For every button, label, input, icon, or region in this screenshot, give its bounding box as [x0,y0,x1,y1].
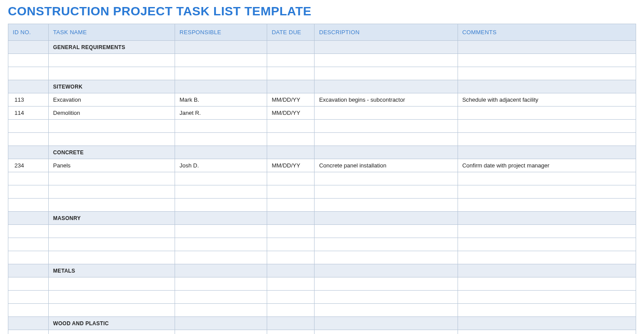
cell-comments[interactable] [458,304,636,317]
cell-description[interactable] [315,54,458,67]
cell-due[interactable] [267,185,315,199]
cell-due[interactable] [267,277,315,291]
cell-id[interactable] [8,199,49,212]
cell-due[interactable] [267,133,315,146]
cell-task[interactable] [49,225,175,238]
cell-task[interactable] [49,133,175,146]
cell-due[interactable] [267,251,315,264]
cell-task[interactable] [49,199,175,212]
cell-task[interactable] [49,238,175,251]
cell-responsible[interactable]: Josh D. [175,159,267,172]
cell-responsible[interactable] [175,120,267,133]
cell-id[interactable] [8,120,49,133]
cell-responsible[interactable] [175,277,267,291]
cell-comments[interactable] [458,107,636,120]
cell-description[interactable] [315,277,458,291]
cell-id[interactable] [8,291,49,304]
cell-task[interactable]: Demolition [49,107,175,120]
cell-id[interactable] [8,225,49,238]
cell-comments[interactable] [458,67,636,80]
cell-description[interactable] [315,185,458,199]
cell-description[interactable]: Concrete panel installation [315,159,458,172]
cell-description[interactable] [315,67,458,80]
cell-responsible[interactable] [175,225,267,238]
cell-task[interactable] [49,330,175,334]
cell-comments[interactable] [458,199,636,212]
cell-due[interactable] [267,225,315,238]
cell-comments[interactable] [458,251,636,264]
cell-id[interactable] [8,185,49,199]
cell-due[interactable] [267,67,315,80]
cell-description[interactable] [315,238,458,251]
cell-id[interactable] [8,277,49,291]
cell-responsible[interactable] [175,67,267,80]
cell-task[interactable]: Panels [49,159,175,172]
cell-description[interactable] [315,251,458,264]
cell-id[interactable]: 234 [8,159,49,172]
cell-description[interactable] [315,107,458,120]
cell-description[interactable]: Excavation begins - subcontractor [315,93,458,107]
cell-id[interactable] [8,304,49,317]
cell-responsible[interactable]: Janet R. [175,107,267,120]
cell-comments[interactable] [458,225,636,238]
cell-due[interactable]: MM/DD/YY [267,159,315,172]
cell-task[interactable] [49,304,175,317]
cell-comments[interactable] [458,120,636,133]
cell-comments[interactable] [458,277,636,291]
cell-due[interactable]: MM/DD/YY [267,93,315,107]
cell-description[interactable] [315,120,458,133]
cell-id[interactable]: 114 [8,107,49,120]
cell-task[interactable]: Excavation [49,93,175,107]
cell-due[interactable] [267,120,315,133]
cell-comments[interactable] [458,291,636,304]
cell-responsible[interactable] [175,330,267,334]
cell-due[interactable]: MM/DD/YY [267,107,315,120]
cell-due[interactable] [267,330,315,334]
cell-task[interactable] [49,277,175,291]
cell-due[interactable] [267,199,315,212]
cell-due[interactable] [267,172,315,185]
cell-description[interactable] [315,133,458,146]
cell-comments[interactable]: Schedule with adjacent facility [458,93,636,107]
cell-task[interactable] [49,172,175,185]
cell-description[interactable] [315,330,458,334]
cell-responsible[interactable] [175,172,267,185]
cell-task[interactable] [49,54,175,67]
cell-comments[interactable] [458,54,636,67]
cell-description[interactable] [315,225,458,238]
cell-description[interactable] [315,304,458,317]
cell-id[interactable] [8,251,49,264]
cell-due[interactable] [267,291,315,304]
cell-description[interactable] [315,291,458,304]
cell-id[interactable] [8,67,49,80]
cell-due[interactable] [267,304,315,317]
cell-responsible[interactable] [175,304,267,317]
cell-comments[interactable] [458,185,636,199]
cell-comments[interactable] [458,238,636,251]
cell-id[interactable] [8,133,49,146]
cell-comments[interactable] [458,330,636,334]
cell-id[interactable]: 113 [8,93,49,107]
cell-task[interactable] [49,185,175,199]
cell-comments[interactable] [458,133,636,146]
cell-responsible[interactable] [175,54,267,67]
cell-description[interactable] [315,199,458,212]
cell-responsible[interactable] [175,185,267,199]
cell-comments[interactable] [458,172,636,185]
cell-description[interactable] [315,172,458,185]
cell-id[interactable] [8,330,49,334]
cell-task[interactable] [49,291,175,304]
cell-responsible[interactable] [175,238,267,251]
cell-id[interactable] [8,172,49,185]
cell-responsible[interactable]: Mark B. [175,93,267,107]
cell-due[interactable] [267,54,315,67]
cell-task[interactable] [49,120,175,133]
cell-responsible[interactable] [175,251,267,264]
cell-responsible[interactable] [175,291,267,304]
cell-responsible[interactable] [175,133,267,146]
cell-id[interactable] [8,54,49,67]
cell-id[interactable] [8,238,49,251]
cell-task[interactable] [49,67,175,80]
cell-responsible[interactable] [175,199,267,212]
cell-task[interactable] [49,251,175,264]
